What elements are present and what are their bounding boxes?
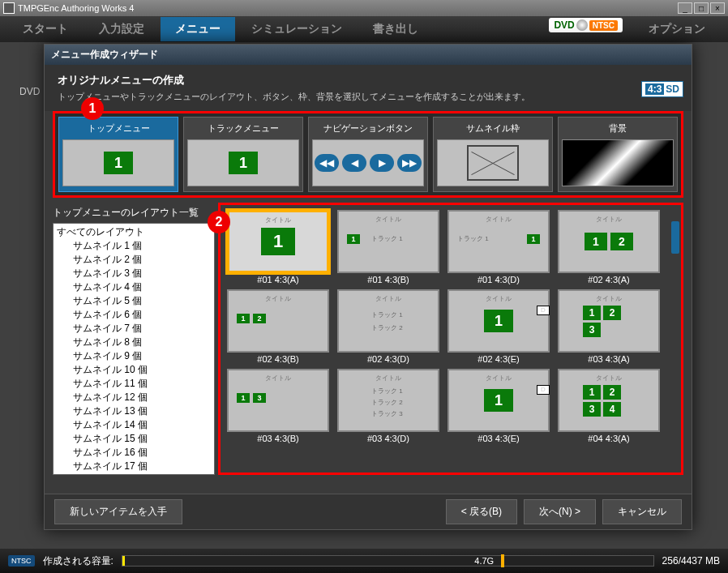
layout-caption: #03 4:3(B) <box>257 434 298 443</box>
prev-icon: ◀ <box>342 154 366 172</box>
fwd-icon: ▶▶ <box>397 154 422 172</box>
app-title: TMPGEnc Authoring Works 4 <box>18 3 134 13</box>
layout-02-43d[interactable]: タイトルトラック 1トラック 2 #02 4:3(D) <box>336 289 441 364</box>
tab-input[interactable]: 入力設定 <box>84 17 159 41</box>
tree-item[interactable]: サムネイル 18 個 <box>57 473 211 475</box>
layout-03-43d[interactable]: タイトルトラック 1トラック 2トラック 3 #03 4:3(D) <box>336 369 441 443</box>
cat-background-label: 背景 <box>607 121 628 136</box>
aspect-ratio: 4:3 <box>645 83 664 95</box>
tree-item[interactable]: サムネイル 13 個 <box>57 404 211 418</box>
layout-03-43a[interactable]: タイトル123 #03 4:3(A) <box>556 289 662 364</box>
cat-thumbframe-label: サムネイル枠 <box>465 121 521 136</box>
titlebar: TMPGEnc Authoring Works 4 _ □ × <box>0 0 728 16</box>
cat-trackmenu-label: トラックメニュー <box>206 121 280 136</box>
layout-caption: #02 4:3(E) <box>477 354 519 364</box>
tree-item[interactable]: サムネイル 8 個 <box>57 336 211 349</box>
cancel-button[interactable]: キャンセル <box>602 499 682 524</box>
tree-item[interactable]: サムネイル 12 個 <box>57 391 211 404</box>
next-button[interactable]: 次へ(N) > <box>524 499 596 524</box>
top-nav: スタート 入力設定 メニュー シミュレーション 書き出し DVD NTSC オプ… <box>0 16 728 42</box>
tab-option[interactable]: オプション <box>634 17 720 41</box>
tree-item[interactable]: サムネイル 2 個 <box>57 253 211 267</box>
tab-start[interactable]: スタート <box>8 17 83 41</box>
layout-03-43b[interactable]: タイトル13 #03 4:3(B) <box>225 369 331 443</box>
tree-item[interactable]: サムネイル 4 個 <box>57 280 211 294</box>
tab-menu[interactable]: メニュー <box>161 17 235 41</box>
minimize-button[interactable]: _ <box>678 2 692 14</box>
layout-grid: タイトル1 #01 4:3(A) タイトル1トラック 1 #01 4:3(B) … <box>218 203 683 475</box>
wizard-desc: トップメニューやトラックメニューのレイアウト、ボタン、枠、背景を選択してメニュー… <box>58 91 679 103</box>
play-icon: ▶ <box>370 154 394 172</box>
cat-topmenu[interactable]: トップメニュー 1 <box>58 117 178 192</box>
layout-02-43a[interactable]: タイトル12 #02 4:3(A) <box>556 210 662 284</box>
layout-01-43a[interactable]: タイトル1 #01 4:3(A) <box>225 210 331 284</box>
cat-trackmenu[interactable]: トラックメニュー 1 <box>183 117 303 192</box>
layout-caption: #03 4:3(E) <box>477 434 519 443</box>
wizard-heading: オリジナルメニューの作成 <box>58 73 679 88</box>
layout-01-43b[interactable]: タイトル1トラック 1 #01 4:3(B) <box>336 210 441 284</box>
tree-item[interactable]: サムネイル 3 個 <box>57 267 211 280</box>
tree-item[interactable]: サムネイル 7 個 <box>57 322 211 336</box>
layout-03-43e[interactable]: タイトルD1 #03 4:3(E) <box>446 369 551 443</box>
wizard-titlebar: メニュー作成ウィザード <box>45 45 692 65</box>
tree-item[interactable]: サムネイル 11 個 <box>57 377 211 391</box>
tree-item[interactable]: サムネイル 10 個 <box>57 363 211 377</box>
tree-panel: トップメニューのレイアウト一覧 すべてのレイアウト サムネイル 1 個サムネイル… <box>53 203 215 475</box>
wizard-header: オリジナルメニューの作成 トップメニューやトラックメニューのレイアウト、ボタン、… <box>45 65 692 111</box>
layout-02-43b[interactable]: タイトル12 #02 4:3(B) <box>225 289 331 364</box>
tree-item[interactable]: サムネイル 15 個 <box>57 432 211 446</box>
layout-caption: #04 4:3(A) <box>588 434 629 443</box>
disc-icon <box>576 19 588 31</box>
layout-caption: #02 4:3(A) <box>588 275 629 284</box>
cat-thumbframe[interactable]: サムネイル枠 <box>433 117 553 192</box>
cat-navbtn[interactable]: ナビゲーションボタン ◀◀ ◀ ▶ ▶▶ <box>308 117 428 192</box>
capacity-total: 256/4437 MB <box>662 555 720 567</box>
new-item-button[interactable]: 新しいアイテムを入手 <box>54 499 182 524</box>
tree-item[interactable]: サムネイル 6 個 <box>57 308 211 322</box>
wizard-dialog: メニュー作成ウィザード オリジナルメニューの作成 トップメニューやトラックメニュ… <box>44 44 692 530</box>
ntsc-chip: NTSC <box>8 555 35 567</box>
dvd-badge: DVD NTSC <box>549 18 623 32</box>
capacity-bar: 4.7G <box>122 555 654 567</box>
scrollbar-thumb[interactable] <box>671 221 679 254</box>
status-bar: NTSC 作成される容量: 4.7G 256/4437 MB <box>0 549 728 573</box>
tab-output[interactable]: 書き出し <box>358 17 433 41</box>
tree-item[interactable]: サムネイル 16 個 <box>57 446 211 460</box>
layout-02-43e[interactable]: タイトルD1 #02 4:3(E) <box>446 289 551 364</box>
tree-item[interactable]: サムネイル 14 個 <box>57 418 211 432</box>
ntsc-label: NTSC <box>589 20 618 31</box>
layout-caption: #03 4:3(A) <box>588 354 629 364</box>
tree-item[interactable]: サムネイル 17 個 <box>57 460 211 473</box>
back-button[interactable]: < 戻る(B) <box>446 499 517 524</box>
close-button[interactable]: × <box>710 2 725 14</box>
layout-caption: #02 4:3(B) <box>257 354 298 364</box>
layout-caption: #03 4:3(D) <box>367 434 409 443</box>
capacity-label: 作成される容量: <box>43 554 113 568</box>
category-tabs: トップメニュー 1 トラックメニュー 1 ナビゲーションボタン ◀◀ ◀ ▶ ▶… <box>53 111 683 198</box>
tree-item[interactable]: サムネイル 5 個 <box>57 294 211 308</box>
cat-topmenu-label: トップメニュー <box>86 121 152 136</box>
tree-list[interactable]: すべてのレイアウト サムネイル 1 個サムネイル 2 個サムネイル 3 個サムネ… <box>53 223 215 475</box>
app-window: TMPGEnc Authoring Works 4 _ □ × スタート 入力設… <box>0 0 728 573</box>
tree-title: トップメニューのレイアウト一覧 <box>53 203 215 223</box>
sd-label: SD <box>666 83 679 95</box>
tree-root[interactable]: すべてのレイアウト <box>57 225 211 239</box>
layout-01-43d[interactable]: タイトル1トラック 1 #01 4:3(D) <box>446 210 551 284</box>
detail-badge: D <box>537 306 550 315</box>
annotation-1: 1 <box>81 97 104 120</box>
tab-simulation[interactable]: シミュレーション <box>237 17 357 41</box>
detail-badge: D <box>537 385 550 395</box>
annotation-2: 2 <box>208 211 230 233</box>
cat-navbtn-label: ナビゲーションボタン <box>322 121 414 136</box>
cat-background[interactable]: 背景 <box>558 117 678 192</box>
capacity-mark-label: 4.7G <box>474 556 494 566</box>
layout-caption: #01 4:3(D) <box>477 275 520 284</box>
layout-04-43a[interactable]: タイトル1234 #04 4:3(A) <box>556 369 662 443</box>
tree-item[interactable]: サムネイル 1 個 <box>57 239 211 253</box>
layout-caption: #01 4:3(A) <box>257 275 298 284</box>
maximize-button[interactable]: □ <box>694 2 709 14</box>
tree-item[interactable]: サムネイル 9 個 <box>57 349 211 363</box>
sd-badge: 4:3 SD <box>641 81 683 97</box>
layout-caption: #01 4:3(B) <box>367 275 409 284</box>
dvd-label: DVD <box>554 19 574 31</box>
